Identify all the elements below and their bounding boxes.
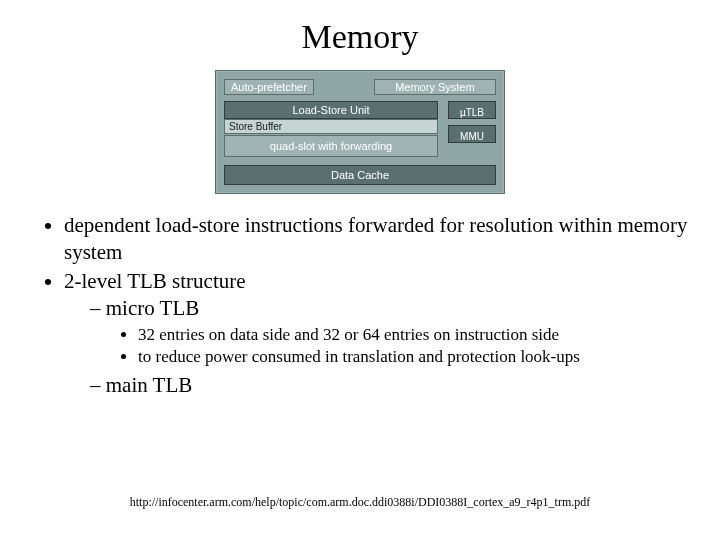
diagram-header-row: Auto-prefetcher Memory System (224, 79, 496, 95)
store-buffer-block: Store Buffer (224, 119, 438, 134)
load-store-unit-label: Load-Store Unit (224, 101, 438, 119)
sub-bullet-item: micro TLB 32 entries on data side and 32… (90, 295, 700, 369)
quad-slot-block: quad-slot with forwarding (224, 135, 438, 157)
slide: Memory Auto-prefetcher Memory System Loa… (0, 0, 720, 540)
memory-system-diagram: Auto-prefetcher Memory System Load-Store… (215, 70, 505, 194)
auto-prefetcher-block: Auto-prefetcher (224, 79, 314, 95)
bullet-item: dependent load-store instructions forwar… (64, 212, 700, 266)
bullet-text: 2-level TLB structure (64, 269, 246, 293)
diagram-side-column: µTLB MMU (448, 101, 496, 157)
diagram-main-row: Load-Store Unit Store Buffer quad-slot w… (224, 101, 496, 157)
diagram-cache-row: Data Cache (224, 165, 496, 185)
page-title: Memory (20, 18, 700, 56)
sub-bullet-text: main TLB (106, 373, 193, 397)
sub-bullet-text: micro TLB (106, 296, 200, 320)
sub-sub-bullet-item: to reduce power consumed in translation … (138, 346, 700, 368)
sub-sub-bullet-item: 32 entries on data side and 32 or 64 ent… (138, 324, 700, 346)
data-cache-block: Data Cache (224, 165, 496, 185)
load-store-unit-block: Load-Store Unit Store Buffer quad-slot w… (224, 101, 438, 157)
sub-sub-bullet-list: 32 entries on data side and 32 or 64 ent… (90, 324, 700, 369)
bullet-list: dependent load-store instructions forwar… (20, 212, 700, 399)
bullet-item: 2-level TLB structure micro TLB 32 entri… (64, 268, 700, 400)
sub-bullet-item: main TLB (90, 372, 700, 399)
memory-system-block: Memory System (374, 79, 496, 95)
sub-bullet-list: micro TLB 32 entries on data side and 32… (64, 295, 700, 400)
mmu-block: MMU (448, 125, 496, 143)
utlb-block: µTLB (448, 101, 496, 119)
footer-url: http://infocenter.arm.com/help/topic/com… (0, 495, 720, 510)
diagram-container: Auto-prefetcher Memory System Load-Store… (20, 70, 700, 194)
